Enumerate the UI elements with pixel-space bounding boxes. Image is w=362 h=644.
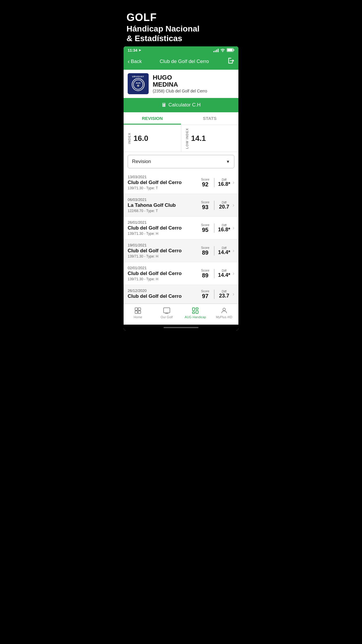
score-details-1: 122/68.70 - Type: T: [128, 209, 196, 213]
score-row-4[interactable]: 02/01/2021 Club del Golf del Cerro 139/7…: [124, 262, 238, 285]
score-values-1: Score 93 Diff 20.7 ›: [199, 200, 234, 210]
score-info-2: 26/01/2021 Club del Golf del Cerro 139/7…: [128, 220, 196, 236]
share-icon[interactable]: [227, 57, 234, 66]
score-col-4: Score 89: [199, 269, 212, 279]
calculator-icon: 🖩: [161, 102, 167, 108]
svg-rect-1: [227, 49, 233, 51]
score-date-4: 02/01/2021: [128, 266, 196, 270]
nav-title: Club de Golf del Cerro: [160, 59, 209, 64]
home-indicator: [164, 327, 198, 328]
aug-handicap-nav-label: AUG Handicap: [185, 315, 206, 319]
row-chevron-5: ›: [233, 291, 234, 297]
myplus-nav-icon: [220, 307, 228, 314]
player-info: HUGO MEDINA (2358) Club del Golf del Cer…: [153, 74, 207, 93]
chevron-left-icon: ‹: [128, 58, 130, 65]
score-info-0: 13/03/2021 Club del Golf del Cerro 139/7…: [128, 175, 196, 190]
score-row-5[interactable]: 26/12/2020 Club del Golf del Cerro Score…: [124, 285, 238, 304]
score-row-0[interactable]: 13/03/2021 Club del Golf del Cerro 139/7…: [124, 171, 238, 194]
app-promo: GOLF Hándicap Nacional & Estadísticas: [121, 6, 241, 46]
top-navigation: ‹ Back Club de Golf del Cerro: [124, 55, 238, 70]
wifi-icon: [220, 48, 225, 53]
player-name: HUGO MEDINA: [153, 74, 207, 88]
row-chevron-4: ›: [233, 270, 234, 276]
location-icon: ➤: [138, 48, 141, 52]
score-course-4: Club del Golf del Cerro: [128, 271, 196, 276]
index-cell: INDEX 16.0: [124, 125, 181, 152]
score-values-0: Score 92 Diff 16.8* ›: [199, 178, 234, 188]
score-course-5: Club del Golf del Cerro: [128, 293, 196, 299]
svg-rect-9: [138, 311, 141, 314]
myplus-nav-label: MyPlus #ID: [216, 315, 232, 319]
diff-col-4: Diff 14.4*: [214, 269, 231, 278]
score-info-3: 19/01/2021 Club del Golf del Cerro 139/7…: [128, 243, 196, 258]
score-course-2: Club del Golf del Cerro: [128, 225, 196, 231]
score-row-3[interactable]: 19/01/2021 Club del Golf del Cerro 139/7…: [124, 239, 238, 262]
svg-rect-13: [193, 308, 195, 311]
tab-revision[interactable]: REVISION: [124, 112, 181, 125]
back-button[interactable]: ‹ Back: [128, 58, 142, 65]
diff-col-3: Diff 14.4*: [214, 246, 231, 256]
svg-text:⚽: ⚽: [137, 85, 139, 87]
score-date-5: 26/12/2020: [128, 288, 196, 293]
our-golf-nav-label: Our Golf: [161, 315, 173, 319]
app-subtitle: Hándicap Nacional & Estadísticas: [126, 24, 236, 43]
diff-col-5: Diff 23.7: [214, 290, 231, 299]
low-index-cell: LOW INDEX 14.1: [181, 125, 239, 152]
diff-col-0: Diff 16.8*: [214, 178, 231, 187]
score-values-2: Score 95 Diff 16.8* ›: [199, 223, 234, 233]
score-col-3: Score 89: [199, 246, 212, 256]
score-info-1: 06/03/2021 La Tahona Golf Club 122/68.70…: [128, 197, 196, 213]
calculator-button[interactable]: 🖩 Calculator C.H: [124, 98, 238, 112]
svg-rect-14: [196, 308, 198, 309]
score-details-4: 139/71.30 - Type: H: [128, 277, 196, 281]
svg-rect-16: [193, 312, 195, 313]
score-date-3: 19/01/2021: [128, 243, 196, 247]
tab-stats[interactable]: STATS: [181, 112, 238, 125]
status-icons: [213, 48, 234, 53]
svg-rect-8: [135, 311, 138, 314]
nav-item-aug-handicap[interactable]: AUG Handicap: [181, 306, 210, 320]
score-info-5: 26/12/2020 Club del Golf del Cerro: [128, 288, 196, 300]
diff-col-2: Diff 16.8*: [214, 223, 231, 233]
score-date-0: 13/03/2021: [128, 175, 196, 179]
score-row-2[interactable]: 26/01/2021 Club del Golf del Cerro 139/7…: [124, 217, 238, 239]
home-nav-icon: [134, 307, 142, 314]
row-chevron-1: ›: [233, 202, 234, 208]
player-card: URUGUAY AUG ⚽ HUGO MEDINA (2358) Club de…: [124, 70, 238, 98]
score-course-1: La Tahona Golf Club: [128, 202, 196, 208]
nav-item-our-golf[interactable]: Our Golf: [152, 306, 181, 320]
row-chevron-3: ›: [233, 248, 234, 254]
logo-emblem: AUG ⚽: [132, 78, 145, 91]
phone-frame: 11:34 ➤: [124, 46, 238, 330]
nav-item-myplus[interactable]: MyPlus #ID: [210, 306, 239, 320]
score-values-3: Score 89 Diff 14.4* ›: [199, 246, 234, 256]
score-list: 13/03/2021 Club del Golf del Cerro 139/7…: [124, 171, 238, 304]
score-course-0: Club del Golf del Cerro: [128, 180, 196, 186]
dropdown-value: Revision: [132, 159, 151, 164]
svg-text:AUG: AUG: [136, 82, 140, 85]
nav-item-home[interactable]: Home: [124, 306, 152, 320]
bottom-navigation: Home Our Golf: [124, 304, 238, 325]
svg-rect-15: [196, 311, 198, 314]
tab-bar: REVISION STATS: [124, 112, 238, 125]
index-value: 16.0: [133, 134, 148, 143]
status-time: 11:34 ➤: [128, 48, 141, 52]
dropdown-row: Revision ▼: [124, 152, 238, 171]
score-row-1[interactable]: 06/03/2021 La Tahona Golf Club 122/68.70…: [124, 194, 238, 217]
score-course-3: Club del Golf del Cerro: [128, 248, 196, 254]
index-bar: INDEX 16.0 LOW INDEX 14.1: [124, 125, 238, 152]
player-logo: URUGUAY AUG ⚽: [128, 73, 149, 94]
score-col-2: Score 95: [199, 223, 212, 233]
revision-dropdown[interactable]: Revision ▼: [128, 155, 234, 168]
score-details-3: 139/71.30 - Type: H: [128, 254, 196, 258]
svg-rect-7: [138, 308, 141, 310]
score-date-2: 26/01/2021: [128, 220, 196, 225]
score-col-5: Score 97: [199, 289, 212, 299]
aug-handicap-nav-icon: [191, 307, 199, 314]
svg-rect-6: [135, 308, 138, 310]
score-values-4: Score 89 Diff 14.4* ›: [199, 269, 234, 279]
golf-title: GOLF: [126, 12, 236, 23]
score-values-5: Score 97 Diff 23.7 ›: [199, 289, 234, 299]
row-chevron-0: ›: [233, 179, 234, 186]
score-date-1: 06/03/2021: [128, 197, 196, 202]
